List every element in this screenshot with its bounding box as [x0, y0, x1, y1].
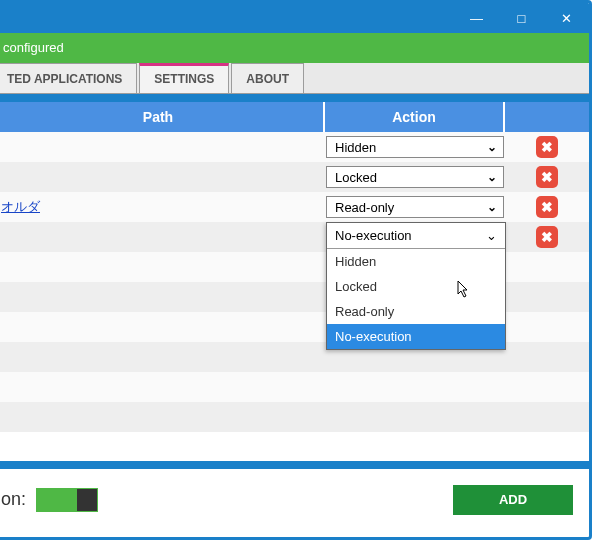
delete-button[interactable]: ✖ [536, 166, 558, 188]
tab-settings[interactable]: SETTINGS [139, 63, 229, 93]
divider-top [0, 94, 589, 102]
toggle-off [77, 489, 97, 511]
close-icon: ✖ [541, 169, 553, 185]
chevron-down-icon: ⌄ [486, 223, 497, 249]
table-row: オルダ Read-only ⌄ ✖ [0, 192, 589, 222]
table-row [0, 372, 589, 402]
tab-applications[interactable]: TED APPLICATIONS [0, 63, 137, 93]
window-close-button[interactable]: ✕ [544, 3, 589, 33]
dropdown-option-noexecution[interactable]: No-execution [327, 324, 505, 349]
delete-cell: ✖ [505, 136, 589, 158]
footer: on: ADD [0, 467, 589, 537]
toggle-label: on: [1, 489, 26, 510]
action-select-value: Hidden [335, 140, 376, 155]
dropdown-option-readonly[interactable]: Read-only [327, 299, 505, 324]
dropdown-option-hidden[interactable]: Hidden [327, 249, 505, 274]
delete-button[interactable]: ✖ [536, 196, 558, 218]
window-maximize-button[interactable]: □ [499, 3, 544, 33]
action-cell: Read-only ⌄ [325, 196, 505, 218]
action-select[interactable]: Read-only ⌄ [326, 196, 504, 218]
action-cell: Hidden ⌄ [325, 136, 505, 158]
protection-toggle[interactable] [36, 488, 98, 512]
delete-button[interactable]: ✖ [536, 226, 558, 248]
action-select[interactable]: Hidden ⌄ [326, 136, 504, 158]
table-row: Hidden ⌄ ✖ [0, 132, 589, 162]
column-action: Action [325, 102, 505, 132]
titlebar: — □ ✕ [0, 3, 589, 33]
status-banner: configured [0, 33, 589, 63]
table-row: Locked ⌄ ✖ [0, 162, 589, 192]
app-window: — □ ✕ configured TED APPLICATIONS SETTIN… [0, 0, 592, 540]
add-button[interactable]: ADD [453, 485, 573, 515]
action-select-value: Locked [335, 170, 377, 185]
path-cell[interactable]: オルダ [0, 198, 325, 216]
delete-button[interactable]: ✖ [536, 136, 558, 158]
action-select-value: Read-only [335, 200, 394, 215]
chevron-down-icon: ⌄ [487, 170, 497, 184]
footer-left: on: [1, 488, 98, 512]
close-icon: ✖ [541, 229, 553, 245]
toggle-on [37, 489, 77, 511]
action-dropdown: No-execution ⌄ Hidden Locked Read-only N… [326, 222, 506, 350]
action-select[interactable]: No-execution ⌄ [327, 223, 505, 249]
action-select[interactable]: Locked ⌄ [326, 166, 504, 188]
table-row: ✖ No-execution ⌄ Hidden Locked Read-only… [0, 222, 589, 252]
table-header: Path Action [0, 102, 589, 132]
delete-cell: ✖ [505, 196, 589, 218]
table-row [0, 402, 589, 432]
column-delete [505, 102, 589, 132]
delete-cell: ✖ [505, 166, 589, 188]
table-body: Hidden ⌄ ✖ Locked ⌄ ✖ オルダ [0, 132, 589, 432]
window-minimize-button[interactable]: — [454, 3, 499, 33]
action-cell: Locked ⌄ [325, 166, 505, 188]
action-select-value: No-execution [335, 223, 412, 249]
chevron-down-icon: ⌄ [487, 200, 497, 214]
close-icon: ✖ [541, 139, 553, 155]
tabs: TED APPLICATIONS SETTINGS ABOUT [0, 63, 589, 94]
close-icon: ✖ [541, 199, 553, 215]
chevron-down-icon: ⌄ [487, 140, 497, 154]
column-path: Path [0, 102, 325, 132]
dropdown-option-locked[interactable]: Locked [327, 274, 505, 299]
delete-cell: ✖ [505, 226, 589, 248]
tab-about[interactable]: ABOUT [231, 63, 304, 93]
